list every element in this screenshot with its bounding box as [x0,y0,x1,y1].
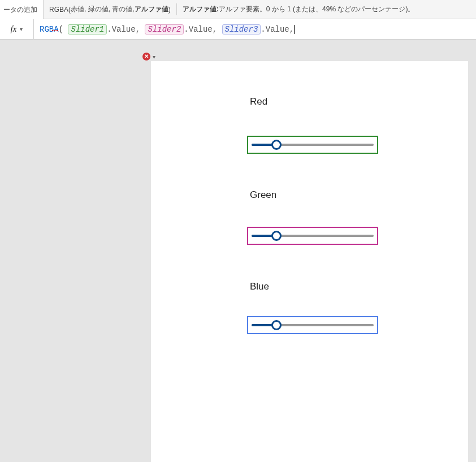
label-green: Green [250,189,276,201]
param-help: アルファ値: アルファ要素。0 から 1 (または、49% などのパーセンテージ… [177,0,421,19]
slider-red[interactable] [247,136,378,154]
token-function: RGBA [40,25,59,34]
token-prop-2: .Value [184,25,212,34]
token-slider3: Slider3 [222,24,261,34]
error-indicator[interactable]: ✕ ▾ [142,53,155,61]
data-add-tab[interactable]: ータの追加 [0,0,44,19]
error-squiggle [52,30,58,31]
function-signature: RGBA( 赤値, 緑の値, 青の値, アルファ値 ) [44,0,176,19]
fx-button[interactable]: fx ▾ [0,19,34,39]
slider-green[interactable] [247,227,378,245]
chevron-down-icon: ▾ [20,26,23,32]
slider-thumb[interactable] [271,320,282,330]
app-canvas[interactable]: Red Green Blue [151,61,468,462]
sig-suffix: ) [168,6,171,14]
token-prop-3: .Value [261,25,289,34]
token-slider2: Slider2 [145,24,184,34]
text-cursor [294,25,295,34]
token-open: ( [59,25,68,34]
label-blue: Blue [250,281,269,292]
slider-thumb[interactable] [271,140,282,150]
fx-label: fx [11,24,17,34]
label-red: Red [250,96,267,107]
token-comma-1: , [136,25,145,34]
formula-input[interactable]: RGBA( Slider1.Value, Slider2.Value, Slid… [34,24,476,34]
function-signature-bar: ータの追加 RGBA( 赤値, 緑の値, 青の値, アルファ値 ) アルファ値:… [0,0,476,19]
token-slider1: Slider1 [68,24,107,34]
token-comma-3: , [289,25,294,34]
token-prop-1: .Value [107,25,135,34]
sig-prefix: RGBA( [49,6,71,14]
chevron-down-icon: ▾ [153,54,155,60]
error-icon: ✕ [142,53,150,61]
param-desc: アルファ要素。0 から 1 (または、49% などのパーセンテージ)。 [219,5,415,14]
design-canvas-area: ✕ ▾ Red Green Blue [0,40,476,462]
slider-thumb[interactable] [271,231,282,241]
formula-bar: fx ▾ RGBA( Slider1.Value, Slider2.Value,… [0,19,476,40]
param-name: アルファ値: [183,5,219,14]
slider-blue[interactable] [247,316,378,334]
token-comma-2: , [213,25,222,34]
sig-current-arg: アルファ値 [135,5,168,14]
sig-args: 赤値, 緑の値, 青の値, [71,5,135,14]
